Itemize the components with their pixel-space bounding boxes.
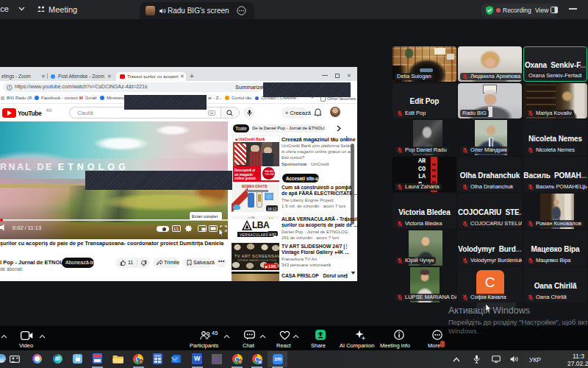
svg-text:1/1: 1/1 (173, 227, 179, 231)
